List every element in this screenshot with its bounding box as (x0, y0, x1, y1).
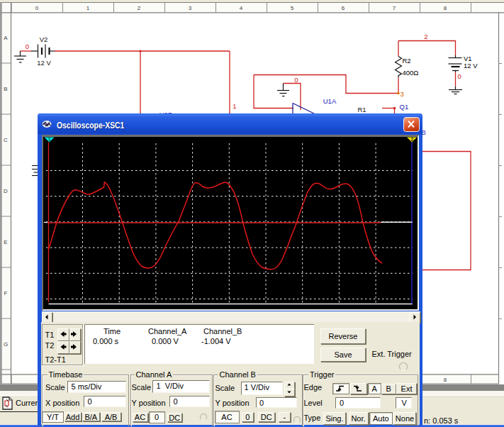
svg-text:2: 2 (410, 137, 413, 142)
svg-text:0: 0 (458, 72, 461, 80)
svg-text:U1A: U1A (323, 97, 337, 105)
svg-text:2: 2 (424, 33, 427, 40)
svg-text:Q1: Q1 (400, 103, 409, 111)
svg-text:1: 1 (48, 137, 51, 142)
svg-text:3: 3 (401, 90, 404, 98)
svg-text:400Ω: 400Ω (403, 69, 419, 77)
svg-text:12 V: 12 V (464, 62, 478, 70)
svg-text:0: 0 (26, 43, 29, 50)
svg-text:R2: R2 (403, 57, 411, 65)
svg-text:1: 1 (233, 102, 236, 110)
svg-text:R1: R1 (357, 106, 366, 113)
svg-text:V2: V2 (40, 35, 48, 43)
svg-text:12 V: 12 V (37, 59, 51, 67)
svg-text:0: 0 (294, 76, 298, 84)
